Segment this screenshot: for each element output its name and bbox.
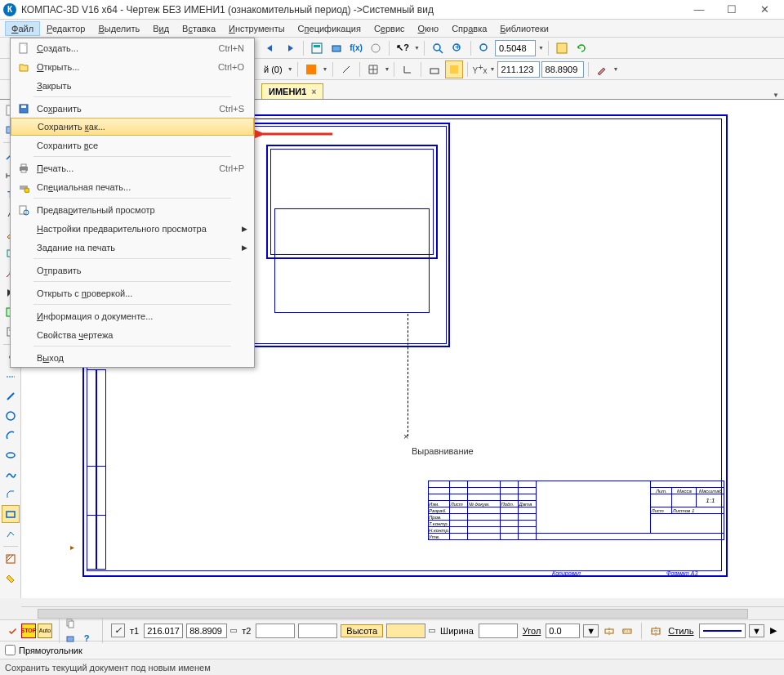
vtb-auxline-icon[interactable]	[2, 368, 20, 386]
svg-line-5	[439, 50, 443, 53]
svg-point-3	[372, 44, 380, 52]
menu-item-save[interactable]: Сохранить Ctrl+S	[11, 99, 254, 118]
t2-y-input[interactable]	[298, 624, 337, 638]
rebuild-icon[interactable]	[553, 39, 571, 57]
menu-item-new[interactable]: Создать... Ctrl+N	[11, 38, 254, 57]
menu-libs[interactable]: Библиотеки	[493, 21, 555, 36]
redo-icon[interactable]	[281, 39, 299, 57]
apply-icon[interactable]	[5, 624, 20, 638]
stop-icon[interactable]: STOP	[21, 624, 36, 638]
height-input[interactable]	[386, 624, 425, 638]
vtb-ellipse-icon[interactable]	[2, 446, 20, 464]
vtb-circle-icon[interactable]	[2, 407, 20, 425]
snap-icon[interactable]	[425, 60, 443, 78]
menu-item-open-check[interactable]: Открыть с проверкой...	[11, 284, 254, 302]
menu-spec[interactable]: Спецификация	[292, 21, 368, 36]
menu-item-save-all[interactable]: Сохранить все	[11, 136, 254, 154]
t1-y-input[interactable]	[186, 624, 227, 638]
menu-item-close[interactable]: Закрыть	[11, 76, 254, 95]
copy-props-icon[interactable]	[63, 615, 78, 630]
color-swatch-icon[interactable]	[302, 60, 320, 78]
snap-toggle-icon[interactable]	[445, 60, 463, 78]
help-icon[interactable]: ?	[79, 631, 94, 646]
menu-item-print-job[interactable]: Задание на печать ▶	[11, 238, 254, 257]
menu-item-preview-settings[interactable]: Настройки предварительного просмотра ▶	[11, 219, 254, 238]
menu-item-drawing-props[interactable]: Свойства чертежа	[11, 325, 254, 344]
document-tab-label: ИМЕНИ1	[269, 87, 306, 96]
layers-icon[interactable]	[327, 39, 345, 57]
vtb-autoline-icon[interactable]	[2, 525, 20, 543]
refresh-icon[interactable]	[572, 39, 590, 57]
scroll-right-icon[interactable]: ▶	[768, 625, 779, 636]
vtb-segment-icon[interactable]	[2, 387, 20, 405]
minimize-button[interactable]: —	[683, 2, 715, 18]
menu-item-preview[interactable]: Предварительный просмотр	[11, 200, 254, 219]
vtb-rectangle-icon[interactable]	[2, 505, 20, 523]
zoom-window-icon[interactable]	[475, 39, 493, 57]
remember-icon[interactable]	[63, 631, 78, 646]
menu-service[interactable]: Сервис	[368, 21, 412, 36]
scrollbar-thumb[interactable]	[38, 609, 748, 619]
document-tab[interactable]: ИМЕНИ1 ×	[261, 83, 323, 99]
layer-dropdown-icon[interactable]: ▼	[287, 66, 293, 72]
zoom-value-input[interactable]	[495, 40, 536, 56]
width-input[interactable]	[479, 624, 518, 638]
axis1-icon[interactable]	[602, 624, 617, 638]
tab-bar-bottom: Прямоугольник	[0, 641, 784, 659]
style-dropdown-icon[interactable]: ▼	[749, 624, 764, 637]
calc-icon[interactable]	[308, 39, 326, 57]
coord-y-input[interactable]	[541, 61, 584, 78]
menu-item-send[interactable]: Отправить	[11, 261, 254, 279]
vars-icon[interactable]	[367, 39, 385, 57]
maximize-button[interactable]: ☐	[715, 2, 748, 18]
vtb-hatch-icon[interactable]	[2, 550, 20, 568]
rect-checkbox[interactable]	[5, 645, 16, 655]
svg-line-11	[343, 66, 350, 73]
brush-icon[interactable]	[593, 60, 611, 78]
close-button[interactable]: ✕	[748, 2, 781, 18]
style-selector[interactable]	[699, 624, 746, 638]
dim-icon[interactable]	[337, 60, 355, 78]
vtb-chamfer-icon[interactable]	[2, 485, 20, 503]
menu-item-print[interactable]: Печать... Ctrl+P	[11, 159, 254, 177]
svg-line-33	[7, 555, 13, 561]
tab-close-icon[interactable]: ×	[311, 87, 316, 96]
angle-input[interactable]	[546, 624, 580, 638]
coord-x-input[interactable]	[497, 61, 540, 78]
xy-prefix-label: Y+x	[472, 62, 487, 75]
menu-tools[interactable]: Инструменты	[222, 21, 292, 36]
menu-item-exit[interactable]: Выход	[11, 348, 254, 367]
menu-edit[interactable]: Редактор	[40, 21, 91, 36]
axis2-icon[interactable]	[620, 624, 635, 638]
help-cursor-icon[interactable]: ↖?	[394, 39, 412, 57]
angle-dropdown-icon[interactable]: ▼	[583, 624, 599, 637]
menu-help[interactable]: Справка	[445, 21, 493, 36]
t2-x-input[interactable]	[256, 624, 295, 638]
vtb-spline-icon[interactable]	[2, 466, 20, 484]
fx-icon[interactable]: f(x)	[347, 39, 365, 57]
undo-icon[interactable]	[261, 39, 279, 57]
menu-item-open[interactable]: Открыть... Ctrl+O	[11, 57, 254, 76]
menu-view[interactable]: Вид	[146, 21, 176, 36]
menu-file[interactable]: Файл	[5, 21, 40, 36]
menu-item-doc-info[interactable]: Информация о документе...	[11, 306, 254, 325]
axis-both-icon[interactable]	[648, 624, 663, 638]
vtb-fill-icon[interactable]	[2, 570, 20, 588]
menu-item-save-as[interactable]: Сохранить как...	[11, 118, 254, 136]
color-dropdown-icon[interactable]: ▼	[323, 66, 328, 72]
auto-icon[interactable]: Auto	[38, 624, 52, 638]
horizontal-scrollbar[interactable]	[21, 606, 784, 619]
zoom-dropdown-icon[interactable]: ▼	[538, 45, 544, 51]
t1-x-input[interactable]	[144, 624, 183, 638]
menu-item-special-print[interactable]: Специальная печать...	[11, 177, 254, 196]
menu-select[interactable]: Выделить	[91, 21, 146, 36]
tabbar-menu-icon[interactable]: ▼	[773, 92, 779, 99]
ortho-icon[interactable]	[399, 60, 416, 78]
menu-window[interactable]: Окно	[412, 21, 446, 36]
vtb-arc-icon[interactable]	[2, 427, 20, 445]
zoom-in-icon[interactable]: +	[448, 39, 466, 57]
dropdown-arrow-icon[interactable]: ▼	[414, 45, 420, 51]
zoom-fit-icon[interactable]	[429, 39, 447, 57]
grid-icon[interactable]	[364, 60, 382, 78]
menu-insert[interactable]: Вставка	[176, 21, 222, 36]
